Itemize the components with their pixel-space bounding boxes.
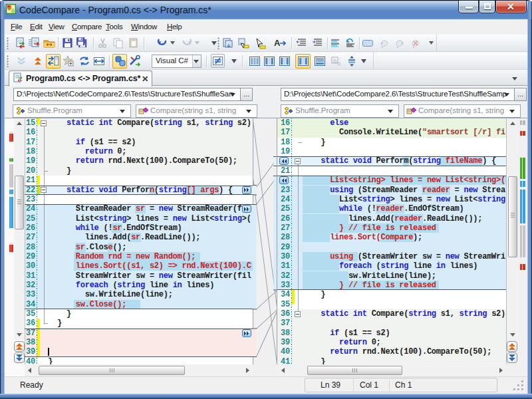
svg-text:R: R — [337, 61, 341, 67]
svg-text:B: B — [333, 58, 336, 64]
svg-text:A: A — [274, 38, 281, 48]
